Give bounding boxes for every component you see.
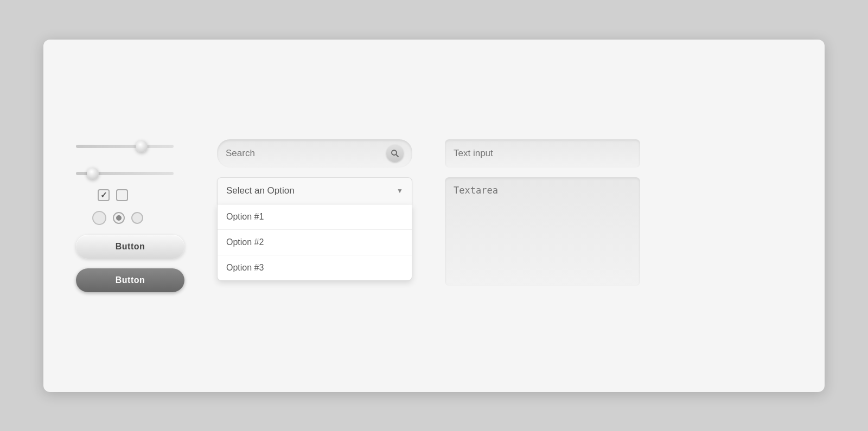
checkbox-checked[interactable]: ✓ <box>98 189 110 201</box>
radio-empty-large[interactable] <box>92 211 106 225</box>
dropdown-option-3[interactable]: Option #3 <box>218 255 412 280</box>
search-button[interactable] <box>386 145 404 162</box>
main-card: ✓ Button Button <box>43 40 825 392</box>
content-area: ✓ Button Button <box>43 118 825 314</box>
slider-top-thumb[interactable] <box>136 140 148 152</box>
chevron-down-icon: ▼ <box>397 187 403 195</box>
dropdown-option-1[interactable]: Option #1 <box>218 204 412 230</box>
slider-bottom-track[interactable] <box>76 172 174 175</box>
radio-row <box>92 211 143 225</box>
slider-top-group <box>76 139 184 148</box>
slider-top-track[interactable] <box>76 145 174 148</box>
search-bar[interactable] <box>217 139 412 168</box>
dropdown-menu: Option #1 Option #2 Option #3 <box>217 204 412 281</box>
text-input-bar[interactable] <box>445 139 640 168</box>
checkbox-row: ✓ <box>98 189 128 201</box>
radio-unselected[interactable] <box>131 212 143 224</box>
checkbox-unchecked[interactable] <box>116 189 128 201</box>
radio-selected[interactable] <box>113 212 125 224</box>
dropdown-container: Select an Option ▼ Option #1 Option #2 O… <box>217 177 412 281</box>
svg-line-1 <box>396 155 398 157</box>
search-input[interactable] <box>226 148 386 159</box>
slider-bottom-group <box>76 166 184 175</box>
text-input[interactable] <box>454 148 631 159</box>
radio-inner-dot <box>116 215 122 221</box>
right-column <box>445 139 640 286</box>
button-dark[interactable]: Button <box>76 268 184 292</box>
dropdown-option-2[interactable]: Option #2 <box>218 230 412 255</box>
dropdown-selected-label: Select an Option <box>226 185 295 196</box>
button-light[interactable]: Button <box>76 235 184 259</box>
dropdown-header[interactable]: Select an Option ▼ <box>217 177 412 204</box>
checkmark-icon: ✓ <box>100 191 107 199</box>
middle-column: Select an Option ▼ Option #1 Option #2 O… <box>217 139 412 281</box>
search-icon <box>391 149 399 158</box>
textarea[interactable] <box>445 177 640 286</box>
slider-bottom-thumb[interactable] <box>87 168 99 179</box>
left-column: ✓ Button Button <box>76 139 184 292</box>
